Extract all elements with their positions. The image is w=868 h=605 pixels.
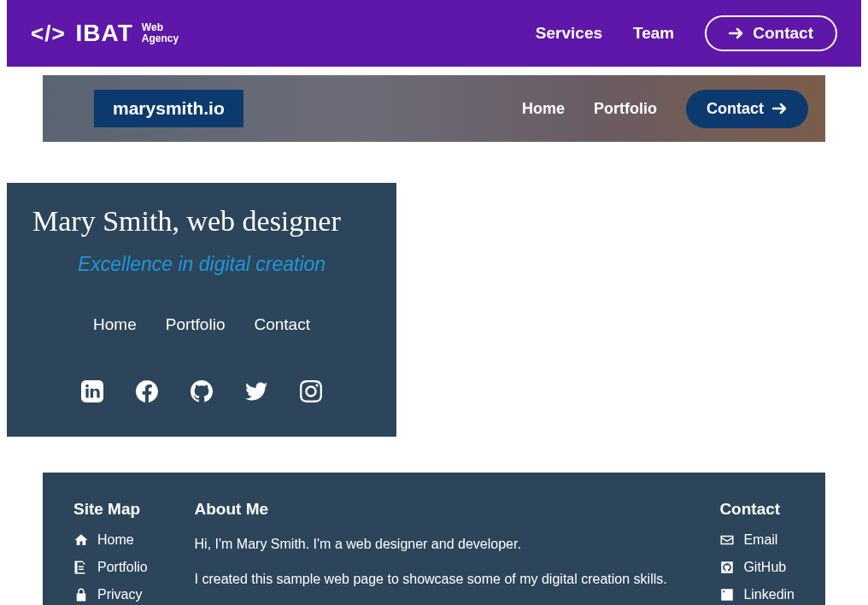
ibat-nav: Services Team Contact: [536, 15, 837, 51]
sitemap-home[interactable]: Home: [73, 532, 148, 548]
about-heading: About Me: [195, 500, 673, 519]
code-icon: </>: [31, 21, 66, 47]
twitter-icon[interactable]: [245, 380, 267, 402]
linkedin-square-icon: [719, 587, 735, 602]
arrow-right-icon: [772, 102, 788, 115]
footer-sitemap: Site Map Home Portfolio Privacy: [73, 500, 148, 605]
sitemap-privacy[interactable]: Privacy: [73, 587, 148, 602]
contact-email[interactable]: Email: [719, 532, 795, 548]
ibat-brand-name: IBAT: [76, 20, 133, 47]
linkedin-icon[interactable]: [81, 380, 103, 402]
hero-bar: marysmith.io Home Portfolio Contact: [43, 75, 825, 142]
contact-email-label: Email: [743, 532, 777, 548]
hero-contact-label: Contact: [707, 100, 764, 118]
arrow-right-icon: [729, 26, 744, 40]
hero-nav: Home Portfolio Contact: [522, 90, 808, 128]
contact-linkedin[interactable]: Linkedin: [719, 587, 795, 602]
mail-icon: [719, 532, 735, 548]
contact-linkedin-label: Linkedin: [743, 587, 795, 602]
ibat-subtitle: WebAgency: [142, 22, 179, 44]
hero-link-home[interactable]: Home: [522, 100, 565, 118]
facebook-icon[interactable]: [136, 380, 158, 402]
footer-contact: Contact Email GitHub Linkedin: [719, 500, 795, 605]
about-p1: Hi, I'm Mary Smith. I'm a web designer a…: [195, 532, 673, 555]
nav-contact-label: Contact: [753, 24, 813, 43]
github-square-icon: [719, 560, 735, 575]
card-nav: Home Portfolio Contact: [32, 315, 371, 334]
intro-card: Mary Smith, web designer Excellence in d…: [7, 183, 396, 437]
contact-github-label: GitHub: [743, 560, 786, 575]
sitemap-privacy-label: Privacy: [97, 587, 142, 602]
hero-link-portfolio[interactable]: Portfolio: [594, 100, 657, 118]
footer-about: About Me Hi, I'm Mary Smith. I'm a web d…: [195, 500, 673, 605]
contact-heading: Contact: [719, 500, 795, 519]
nav-services[interactable]: Services: [536, 24, 602, 43]
ibat-header: </> IBAT WebAgency Services Team Contact: [7, 0, 861, 67]
lock-icon: [73, 587, 89, 602]
contact-github[interactable]: GitHub: [719, 560, 795, 575]
card-link-contact[interactable]: Contact: [254, 315, 309, 334]
card-link-portfolio[interactable]: Portfolio: [166, 315, 226, 334]
card-subtitle: Excellence in digital creation: [32, 253, 371, 276]
instagram-icon[interactable]: [300, 380, 322, 402]
document-icon: [73, 560, 89, 575]
github-icon[interactable]: [191, 380, 213, 402]
hero-brand[interactable]: marysmith.io: [94, 90, 243, 127]
sitemap-heading: Site Map: [73, 500, 148, 519]
sitemap-home-label: Home: [97, 532, 134, 548]
footer: Site Map Home Portfolio Privacy About Me…: [43, 473, 825, 605]
card-title: Mary Smith, web designer: [32, 205, 371, 238]
nav-team[interactable]: Team: [633, 24, 674, 43]
about-p2: I created this sample web page to showca…: [195, 567, 673, 590]
sitemap-portfolio[interactable]: Portfolio: [73, 560, 148, 575]
hero-contact-button[interactable]: Contact: [686, 90, 808, 128]
sitemap-portfolio-label: Portfolio: [97, 560, 148, 575]
home-icon: [73, 532, 89, 548]
social-links: [32, 380, 371, 402]
nav-contact-button[interactable]: Contact: [705, 15, 837, 51]
card-link-home[interactable]: Home: [93, 315, 137, 334]
ibat-logo[interactable]: </> IBAT WebAgency: [31, 20, 179, 47]
